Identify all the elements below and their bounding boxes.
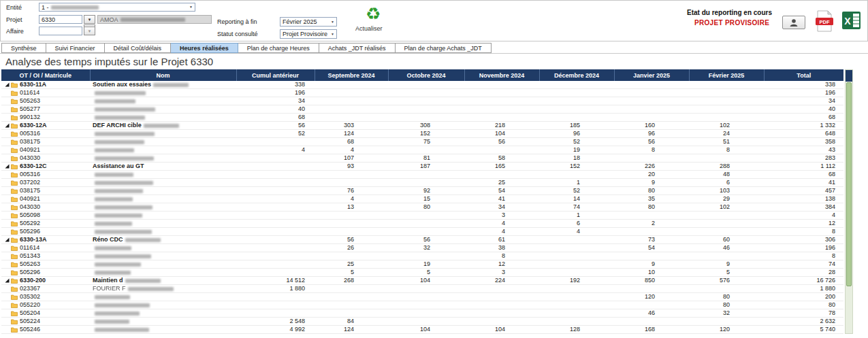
table-row[interactable]: 0552208080 bbox=[1, 301, 843, 309]
col-header-octobre-2024[interactable]: Octobre 2024 bbox=[388, 69, 464, 81]
redacted-name bbox=[95, 222, 132, 226]
col-header-nom[interactable]: Nom bbox=[90, 69, 236, 81]
redacted-name bbox=[95, 148, 134, 152]
affaire-dropdown-button[interactable]: ▼ bbox=[84, 27, 95, 35]
table-row[interactable]: 5052464 9921241041041281681205 740 bbox=[1, 326, 843, 334]
page-title: Analyse des temps imputés sur le Projet … bbox=[0, 54, 868, 69]
table-row[interactable]: 505098314 bbox=[1, 212, 843, 220]
projet-dropdown-button[interactable]: ▼ bbox=[84, 15, 95, 24]
expand-icon[interactable] bbox=[5, 123, 10, 128]
nom-cell bbox=[90, 260, 236, 269]
table-row[interactable]: 05134388 bbox=[1, 252, 843, 260]
table-row[interactable]: 0372022519641 bbox=[1, 179, 843, 187]
table-row[interactable]: 04092141541143529138 bbox=[1, 195, 843, 203]
value-cell: 41 bbox=[764, 179, 843, 187]
scrollbar-header-cap bbox=[846, 70, 852, 82]
table-row[interactable]: 505204463278 bbox=[1, 309, 843, 318]
value-cell bbox=[464, 89, 539, 97]
value-cell: 34 bbox=[764, 97, 843, 105]
nom-cell bbox=[90, 220, 236, 228]
table-row[interactable]: 9901326868 bbox=[1, 114, 843, 122]
value-cell bbox=[236, 163, 315, 171]
entite-select[interactable]: 1 - ▼ bbox=[39, 3, 195, 12]
ot-oi-matricule-cell: 051343 bbox=[1, 252, 90, 260]
table-row[interactable]: 038175687556525651358 bbox=[1, 138, 843, 146]
reporting-select[interactable]: Février 2025 ▼ bbox=[280, 17, 337, 27]
nom-cell bbox=[90, 269, 236, 277]
tab-synthese[interactable]: Synthèse bbox=[1, 43, 46, 53]
value-cell bbox=[315, 81, 388, 89]
expand-icon[interactable] bbox=[5, 164, 10, 169]
col-header-fevrier-2025[interactable]: Février 2025 bbox=[689, 69, 764, 81]
table-row[interactable]: 043030107815818283 bbox=[1, 154, 843, 163]
col-header-cumul-anterieur[interactable]: Cumul antérieur bbox=[236, 69, 315, 81]
value-cell: 103 bbox=[689, 187, 764, 195]
table-row[interactable]: 03530212080200 bbox=[1, 293, 843, 301]
folder-icon bbox=[11, 319, 18, 324]
table-row[interactable]: 50529655310528 bbox=[1, 269, 843, 277]
table-row[interactable]: 023367FOURIER F1 8801 880 bbox=[1, 285, 843, 293]
tab-suivi-financier[interactable]: Suivi Financier bbox=[46, 43, 105, 53]
table-row[interactable]: 6330-12ADEF ARCHI cible56303308218185160… bbox=[1, 122, 843, 130]
table-row[interactable]: 6330-11ASoutien aux essaies338338 bbox=[1, 81, 843, 89]
value-cell bbox=[315, 293, 388, 301]
col-header-total[interactable]: Total bbox=[764, 69, 843, 81]
projet-input[interactable]: 6330 bbox=[39, 15, 82, 24]
tab-plan-charge-achats-jdt[interactable]: Plan de charge Achats _JDT bbox=[396, 43, 492, 53]
table-row[interactable]: 04092144198843 bbox=[1, 146, 843, 154]
value-cell: 1 332 bbox=[764, 122, 843, 130]
table-row[interactable]: 00531652124152104969624648 bbox=[1, 130, 843, 138]
value-cell bbox=[614, 105, 689, 114]
value-cell: 10 bbox=[614, 269, 689, 277]
col-header-janvier-2025[interactable]: Janvier 2025 bbox=[614, 69, 689, 81]
table-row[interactable]: 5052632519129974 bbox=[1, 260, 843, 269]
tab-detail-cout-delais[interactable]: Détail Coût/délais bbox=[105, 43, 172, 53]
tab-plan-charge-heures[interactable]: Plan de charge Heures bbox=[238, 43, 319, 53]
affaire-input[interactable] bbox=[39, 27, 82, 35]
table-row[interactable]: 6330-12CAssistance au GT9318716515222628… bbox=[1, 163, 843, 171]
col-header-septembre-2024[interactable]: Septembre 2024 bbox=[315, 69, 388, 81]
table-row[interactable]: 5052633434 bbox=[1, 97, 843, 105]
col-header-novembre-2024[interactable]: Novembre 2024 bbox=[464, 69, 539, 81]
value-cell: 120 bbox=[614, 293, 689, 301]
table-row[interactable]: 505296448 bbox=[1, 228, 843, 236]
table-row[interactable]: 5052242 548842 632 bbox=[1, 318, 843, 326]
value-cell: 92 bbox=[388, 187, 464, 195]
expand-icon[interactable] bbox=[5, 237, 10, 242]
table-row[interactable]: 0430301380347480102384 bbox=[1, 203, 843, 212]
table-row[interactable]: 6330-13ARéno CDC5656617360306 bbox=[1, 236, 843, 244]
ot-oi-matricule-cell: 505292 bbox=[1, 220, 90, 228]
value-cell bbox=[236, 195, 315, 203]
table-row[interactable]: 6330-200Maintien d14 5122681042241928505… bbox=[1, 277, 843, 285]
hours-table: OT / OI / Matricule Nom Cumul antérieur … bbox=[1, 69, 843, 334]
statut-select[interactable]: Projet Provisoire ▼ bbox=[280, 29, 337, 39]
value-cell bbox=[689, 81, 764, 89]
export-pdf-button[interactable]: PDF bbox=[816, 10, 833, 35]
expand-icon[interactable] bbox=[5, 278, 10, 283]
user-button[interactable] bbox=[782, 16, 805, 29]
refresh-icon[interactable]: ♻ bbox=[366, 5, 381, 22]
value-cell bbox=[539, 252, 614, 260]
folder-icon bbox=[11, 205, 18, 210]
table-row[interactable]: 0381757692545280103457 bbox=[1, 187, 843, 195]
table-row[interactable]: 0116142632385446196 bbox=[1, 244, 843, 252]
tab-achats-jdt-realises[interactable]: Achats _JDT réalisés bbox=[319, 43, 396, 53]
table-row[interactable]: 5052774040 bbox=[1, 105, 843, 114]
value-cell: 15 bbox=[388, 195, 464, 203]
col-header-ot-oi-matricule[interactable]: OT / OI / Matricule bbox=[1, 69, 90, 81]
export-excel-button[interactable]: X bbox=[842, 11, 861, 33]
vertical-scrollbar[interactable] bbox=[845, 69, 853, 334]
vertical-scrollbar-thumb[interactable] bbox=[846, 82, 852, 286]
value-cell: 8 bbox=[689, 146, 764, 154]
tab-heures-realisees[interactable]: Heures réalisées bbox=[171, 43, 238, 53]
expand-icon[interactable] bbox=[5, 82, 10, 87]
folder-icon bbox=[11, 229, 18, 235]
table-row[interactable]: 005316204868 bbox=[1, 171, 843, 179]
value-cell: 12 bbox=[464, 260, 539, 269]
redacted-name bbox=[95, 181, 153, 185]
value-cell: 3 bbox=[464, 269, 539, 277]
col-header-decembre-2024[interactable]: Décembre 2024 bbox=[539, 69, 614, 81]
table-row[interactable]: 50529246212 bbox=[1, 220, 843, 228]
table-row[interactable]: 011614196196 bbox=[1, 89, 843, 97]
value-cell bbox=[464, 105, 539, 114]
